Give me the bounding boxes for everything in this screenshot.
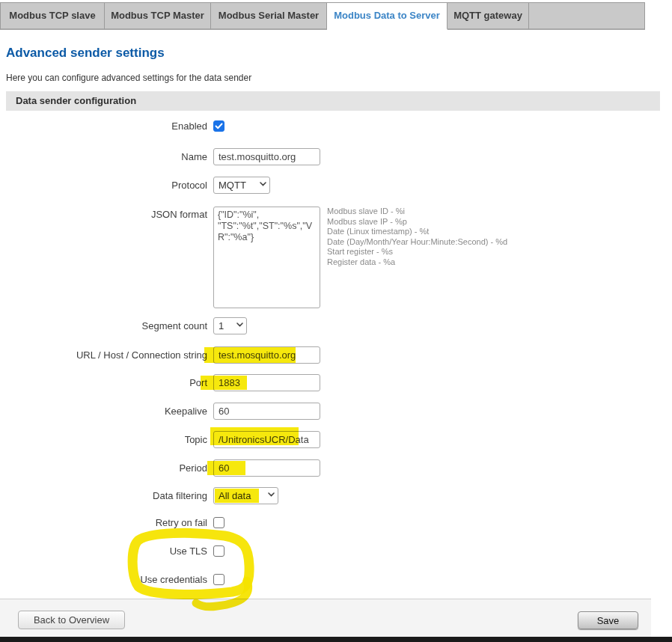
keepalive-input[interactable] — [213, 403, 320, 420]
retry-on-fail-checkbox[interactable] — [213, 517, 224, 528]
tab-modbus-serial-master[interactable]: Modbus Serial Master — [211, 2, 327, 30]
use-credentials-row: Use credentials — [6, 574, 224, 585]
tab-bar-filler — [529, 2, 645, 30]
segment-count-select[interactable]: 1 — [213, 317, 247, 334]
use-tls-checkbox[interactable] — [213, 545, 224, 557]
tab-modbus-data-to-server[interactable]: Modbus Data to Server — [327, 2, 448, 30]
url-label: URL / Host / Connection string — [6, 349, 207, 361]
name-input[interactable] — [213, 148, 320, 165]
keepalive-label: Keepalive — [6, 406, 207, 417]
data-filtering-label: Data filtering — [6, 490, 207, 501]
use-credentials-checkbox[interactable] — [213, 574, 224, 585]
tab-mqtt-gateway[interactable]: MQTT gateway — [448, 2, 529, 30]
help-line: Modbus slave ID - %i — [327, 207, 507, 217]
help-line: Start register - %s — [327, 247, 507, 257]
data-filtering-row: Data filtering All data — [6, 487, 278, 504]
json-format-help: Modbus slave ID - %i Modbus slave IP - %… — [327, 207, 507, 267]
check-icon — [215, 122, 223, 130]
tab-modbus-tcp-slave[interactable]: Modbus TCP slave — [0, 2, 105, 30]
name-row: Name — [6, 148, 320, 165]
enabled-label: Enabled — [6, 120, 207, 132]
section-header: Data sender configuration — [6, 91, 660, 111]
tab-modbus-tcp-master[interactable]: Modbus TCP Master — [105, 2, 211, 30]
save-button[interactable]: Save — [578, 611, 638, 629]
keepalive-row: Keepalive — [6, 403, 320, 420]
page-subtitle: Here you can configure advanced settings… — [6, 73, 251, 83]
protocol-select[interactable]: MQTT — [213, 177, 270, 194]
footer-bar: Back to Overview Save — [0, 599, 651, 637]
protocol-row: Protocol MQTT — [6, 177, 270, 194]
help-line: Date (Day/Month/Year Hour:Minute:Second)… — [327, 237, 507, 248]
url-row: URL / Host / Connection string — [6, 346, 320, 364]
retry-on-fail-label: Retry on fail — [6, 517, 207, 528]
enabled-row: Enabled — [6, 120, 224, 132]
period-row: Period — [6, 459, 320, 477]
topic-label: Topic — [6, 434, 207, 445]
segment-count-row: Segment count 1 — [6, 317, 247, 334]
name-label: Name — [6, 151, 207, 162]
port-input[interactable] — [213, 374, 320, 391]
retry-on-fail-row: Retry on fail — [6, 517, 224, 528]
use-tls-label: Use TLS — [6, 545, 207, 557]
period-label: Period — [6, 462, 207, 474]
url-input[interactable] — [213, 346, 320, 364]
data-filtering-select[interactable]: All data — [213, 487, 278, 504]
segment-count-label: Segment count — [6, 320, 207, 331]
topic-input[interactable] — [213, 431, 320, 448]
bottom-black-bar — [0, 637, 672, 642]
help-line: Date (Linux timestamp) - %t — [327, 227, 507, 237]
json-format-textarea[interactable]: {"ID":"%i", "TS":"%t","ST":"%s","VR":"%a… — [213, 207, 320, 308]
enabled-checkbox[interactable] — [213, 120, 224, 132]
tab-bar: Modbus TCP slave Modbus TCP Master Modbu… — [0, 2, 645, 30]
topic-row: Topic — [6, 431, 320, 448]
period-input[interactable] — [213, 459, 320, 477]
protocol-label: Protocol — [6, 180, 207, 191]
json-format-label: JSON format — [6, 207, 207, 220]
json-format-row: JSON format {"ID":"%i", "TS":"%t","ST":"… — [6, 207, 320, 308]
port-row: Port — [6, 374, 320, 391]
use-credentials-label: Use credentials — [6, 574, 207, 585]
port-label: Port — [6, 377, 207, 388]
help-line: Register data - %a — [327, 257, 507, 268]
page-title: Advanced sender settings — [6, 46, 165, 61]
use-tls-row: Use TLS — [6, 545, 224, 557]
help-line: Modbus slave IP - %p — [327, 217, 507, 227]
back-to-overview-button[interactable]: Back to Overview — [18, 611, 125, 629]
